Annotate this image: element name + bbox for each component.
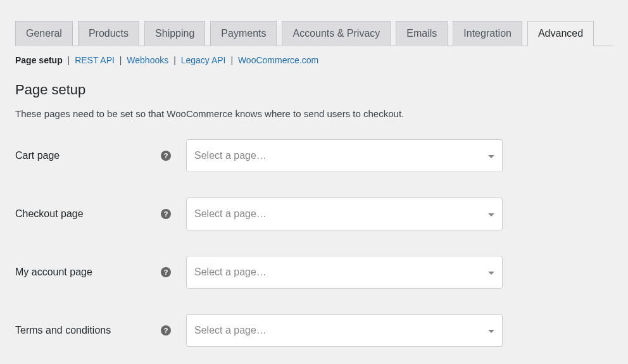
tab-payments[interactable]: Payments	[210, 21, 277, 46]
checkout-page-select[interactable]: Select a page…	[186, 198, 503, 230]
field-row-my-account-page: My account page ? Select a page…	[15, 256, 613, 289]
tab-emails[interactable]: Emails	[396, 21, 448, 46]
tab-shipping[interactable]: Shipping	[144, 21, 205, 46]
cart-page-select[interactable]: Select a page…	[186, 139, 503, 172]
sub-nav-woocommerce-com[interactable]: WooCommerce.com	[238, 55, 318, 65]
select-placeholder: Select a page…	[194, 325, 267, 336]
field-label-checkout-page: Checkout page	[15, 208, 84, 220]
section-description: These pages need to be set so that WooCo…	[15, 108, 613, 119]
advanced-sub-nav: Page setup | REST API | Webhooks | Legac…	[15, 46, 613, 74]
tab-general[interactable]: General	[15, 21, 73, 46]
label-column: Checkout page ?	[15, 208, 186, 220]
tab-accounts-privacy[interactable]: Accounts & Privacy	[282, 21, 391, 46]
help-icon[interactable]: ?	[161, 151, 171, 161]
sub-nav-separator: |	[230, 55, 236, 65]
select-placeholder: Select a page…	[194, 267, 267, 278]
field-label-cart-page: Cart page	[15, 150, 60, 161]
field-label-my-account-page: My account page	[15, 267, 92, 278]
tab-products[interactable]: Products	[78, 21, 139, 46]
tab-advanced[interactable]: Advanced	[527, 21, 594, 46]
sub-nav-page-setup[interactable]: Page setup	[15, 55, 63, 65]
my-account-page-select[interactable]: Select a page…	[186, 256, 503, 289]
chevron-down-icon	[488, 209, 494, 219]
sub-nav-webhooks[interactable]: Webhooks	[127, 55, 168, 65]
field-row-checkout-page: Checkout page ? Select a page…	[15, 198, 613, 230]
chevron-down-icon	[488, 267, 494, 277]
label-column: Cart page ?	[15, 150, 186, 161]
chevron-down-icon	[488, 151, 494, 161]
select-placeholder: Select a page…	[194, 208, 267, 220]
page-title: Page setup	[15, 82, 613, 98]
help-icon[interactable]: ?	[161, 267, 171, 277]
field-row-cart-page: Cart page ? Select a page…	[15, 139, 613, 172]
help-icon[interactable]: ?	[161, 325, 171, 336]
label-column: Terms and conditions ?	[15, 325, 186, 336]
terms-and-conditions-select[interactable]: Select a page…	[186, 314, 503, 347]
field-label-terms-and-conditions: Terms and conditions	[15, 325, 111, 336]
settings-tabs: General Products Shipping Payments Accou…	[15, 0, 613, 46]
label-column: My account page ?	[15, 267, 186, 278]
tab-integration[interactable]: Integration	[453, 21, 522, 46]
sub-nav-separator: |	[173, 55, 179, 65]
sub-nav-separator: |	[68, 55, 73, 65]
chevron-down-icon	[488, 325, 494, 336]
sub-nav-separator: |	[120, 55, 125, 65]
help-icon[interactable]: ?	[161, 209, 171, 219]
select-placeholder: Select a page…	[194, 150, 267, 161]
sub-nav-legacy-api[interactable]: Legacy API	[181, 55, 226, 65]
sub-nav-rest-api[interactable]: REST API	[75, 55, 115, 65]
field-row-terms-and-conditions: Terms and conditions ? Select a page…	[15, 314, 613, 347]
